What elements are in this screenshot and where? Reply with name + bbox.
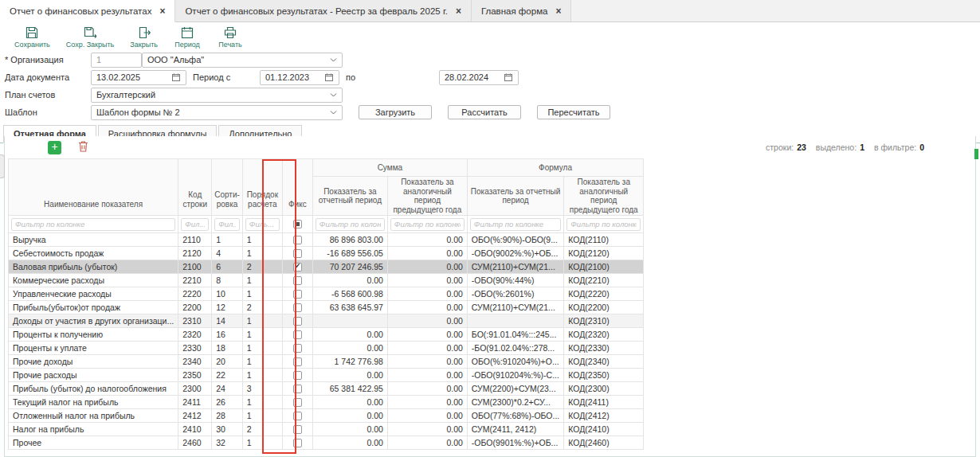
cell-amount-report: 86 896 803.00: [312, 233, 387, 247]
cell-amount-prev: 0.00: [387, 436, 467, 450]
cell-row-code: 2410: [178, 423, 212, 436]
fix-checkbox[interactable]: [293, 439, 302, 447]
table-row[interactable]: Валовая прибыль (убыток) 2100 6 2 70 207…: [9, 260, 644, 274]
collapsed-panel-handle[interactable]: [0, 154, 5, 178]
fix-checkbox[interactable]: [293, 290, 302, 299]
print-button[interactable]: Печать: [212, 25, 249, 49]
cell-amount-prev: 0.00: [387, 314, 467, 328]
table-row[interactable]: Прочее 2460 32 1 0.00 0.00 -ОБО(9901%:%)…: [9, 436, 644, 450]
table-row[interactable]: Проценты к получению 2320 16 1 0.00 0.00…: [9, 328, 644, 342]
col-header-formula-prev[interactable]: Показатель за аналогичный период предыду…: [564, 177, 644, 216]
cell-indicator-name: Проценты к получению: [9, 328, 178, 342]
fix-checkbox[interactable]: [293, 317, 302, 326]
fix-checkbox[interactable]: [293, 357, 302, 366]
cell-amount-prev: 0.00: [387, 355, 467, 369]
fix-checkbox[interactable]: [293, 398, 302, 407]
cell-amount-report: 0.00: [312, 369, 387, 382]
col-header-formula-report[interactable]: Показатель за отчетный период: [467, 177, 563, 216]
filter-input-name[interactable]: [11, 218, 175, 231]
org-name-select[interactable]: ООО "Альфа": [142, 53, 343, 68]
cell-amount-report: 0.00: [312, 436, 387, 450]
close-tab-icon[interactable]: ×: [555, 6, 561, 17]
green-indicator-bar: [974, 149, 978, 159]
filter-input-code[interactable]: [181, 218, 209, 231]
col-header-amount-report[interactable]: Показатель за отчетный период: [312, 177, 387, 216]
cell-formula-report: ОБО(77%:68%)-ОБО...: [467, 409, 563, 423]
save-close-button[interactable]: Сохр. Закрыть: [61, 25, 120, 49]
table-row[interactable]: Доходы от участия в других организаци...…: [9, 314, 644, 328]
filter-input-order[interactable]: [245, 218, 280, 231]
group-header-amount: Сумма: [312, 159, 467, 177]
window-tab-registry[interactable]: Отчет о финансовых результатах - Реестр …: [175, 0, 471, 21]
fix-checkbox[interactable]: [293, 249, 302, 258]
filter-input-formula-prev[interactable]: [566, 218, 641, 231]
template-select[interactable]: Шаблон формы № 2: [91, 105, 343, 120]
save-button[interactable]: Сохранить: [10, 25, 55, 49]
table-row[interactable]: Управленческие расходы 2220 10 1 -6 568 …: [9, 287, 644, 301]
fix-checkbox[interactable]: [293, 344, 302, 353]
close-tab-icon[interactable]: ×: [456, 6, 461, 17]
recalculate-button[interactable]: Пересчитать: [537, 105, 610, 119]
table-row[interactable]: Выручка 2110 1 1 86 896 803.00 0.00 ОБО(…: [9, 233, 644, 247]
toolbar-label: Период: [174, 41, 200, 49]
filter-input-amount-report[interactable]: [316, 218, 385, 231]
cell-row-code: 2310: [178, 314, 212, 328]
filter-input-amount-prev[interactable]: [390, 218, 465, 231]
col-header-amount-prev[interactable]: Показатель за аналогичный период предыду…: [387, 177, 467, 216]
delete-row-button[interactable]: [77, 140, 89, 154]
calendar-icon[interactable]: [321, 72, 334, 82]
calendar-icon[interactable]: [168, 72, 181, 82]
cell-fix: [282, 260, 312, 274]
cell-calc-order: 1: [242, 328, 282, 342]
table-row[interactable]: Налог на прибыль 2410 30 2 0.00 0.00 СУМ…: [9, 423, 644, 436]
table-row[interactable]: Прочие доходы 2340 20 1 1 742 776.98 0.0…: [9, 355, 644, 369]
col-header-sort[interactable]: Сорти-ровка: [212, 159, 243, 216]
calendar-icon[interactable]: [500, 72, 513, 82]
window-tab-report[interactable]: Отчет о финансовых результатах ×: [0, 0, 175, 22]
filter-input-sort[interactable]: [214, 218, 240, 231]
period-from-label: Период с: [186, 72, 260, 82]
fix-checkbox[interactable]: [293, 303, 302, 312]
fix-checkbox[interactable]: [293, 412, 302, 420]
fix-checkbox[interactable]: [293, 263, 302, 271]
period-from-input[interactable]: 01.12.2023: [260, 70, 339, 85]
table-row[interactable]: Прибыль (убыток) до налогообложения 2300…: [9, 382, 644, 396]
calculate-button[interactable]: Рассчитать: [448, 105, 521, 119]
cell-fix: [282, 301, 312, 314]
fix-checkbox[interactable]: [293, 425, 302, 434]
table-row[interactable]: Прочие расходы 2350 22 1 0.00 0.00 -ОБО(…: [9, 369, 644, 382]
table-row[interactable]: Коммерческие расходы 2210 8 1 0.00 0.00 …: [9, 274, 644, 287]
period-to-input[interactable]: 28.02.2024: [439, 70, 519, 85]
col-header-fix[interactable]: Фикс: [282, 159, 312, 216]
fix-checkbox[interactable]: [293, 385, 302, 393]
add-row-button[interactable]: +: [48, 141, 61, 154]
table-row[interactable]: Прибыль(убыток)от продаж 2200 12 2 63 63…: [9, 301, 644, 314]
accounts-plan-select[interactable]: Бухгалтерский: [91, 88, 343, 103]
table-row[interactable]: Текущий налог на прибыль 2411 26 1 0.00 …: [9, 396, 644, 409]
fix-checkbox[interactable]: [293, 276, 302, 285]
cell-formula-prev: КОД(2340): [564, 355, 644, 369]
fix-checkbox[interactable]: [293, 236, 302, 244]
filter-input-formula-report[interactable]: [470, 218, 561, 231]
close-button[interactable]: Закрыть: [125, 25, 163, 49]
fix-checkbox[interactable]: [293, 371, 302, 380]
cell-fix: [282, 247, 312, 260]
org-code-field[interactable]: 1: [91, 53, 142, 68]
period-button[interactable]: Период: [169, 25, 206, 49]
col-header-order[interactable]: Порядок расчета: [242, 159, 282, 216]
col-header-name[interactable]: Наименование показателя: [9, 159, 178, 216]
fix-checkbox[interactable]: [293, 330, 302, 339]
accounts-plan-label: План счетов: [0, 90, 91, 100]
load-button[interactable]: Загрузить: [359, 105, 432, 119]
doc-date-input[interactable]: 13.02.2025: [91, 70, 186, 85]
table-row[interactable]: Себестоимость продаж 2120 4 1 -16 689 55…: [9, 247, 644, 260]
close-tab-icon[interactable]: ×: [159, 6, 165, 17]
table-row[interactable]: Отложенный налог на прибыль 2412 28 1 0.…: [9, 409, 644, 423]
col-header-code[interactable]: Код строки: [178, 159, 212, 216]
fix-filter-checkbox[interactable]: [293, 220, 302, 228]
table-row[interactable]: Проценты к уплате 2330 18 1 0.00 0.00 -Б…: [9, 342, 644, 355]
window-tab-main-form[interactable]: Главная форма ×: [472, 0, 572, 21]
cell-indicator-name: Налог на прибыль: [9, 423, 178, 436]
toolbar-label: Печать: [218, 41, 241, 49]
cell-indicator-name: Прибыль(убыток)от продаж: [9, 301, 178, 314]
